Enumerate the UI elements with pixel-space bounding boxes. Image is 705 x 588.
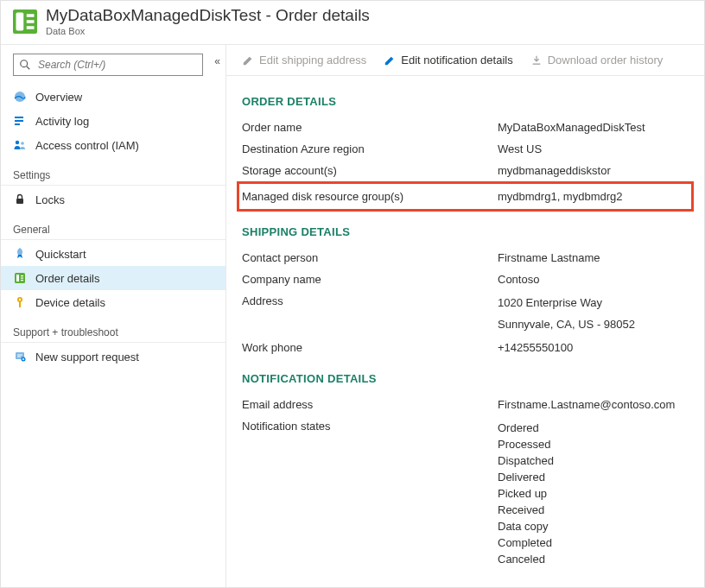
svg-rect-2	[27, 20, 35, 23]
search-icon	[19, 59, 31, 71]
detail-row: Email address Firstname.Lastname@contoso…	[242, 394, 689, 415]
download-icon	[530, 54, 543, 66]
svg-point-10	[16, 141, 19, 144]
sidebar-item-activity-log[interactable]: Activity log	[1, 109, 225, 133]
activity-log-icon	[13, 114, 27, 128]
sidebar-item-device-details[interactable]: Device details	[1, 290, 225, 314]
sidebar-item-label: Overview	[35, 91, 82, 104]
detail-row: Company name Contoso	[242, 269, 689, 290]
device-details-icon	[13, 295, 27, 309]
collapse-sidebar-button[interactable]: «	[214, 55, 220, 67]
quickstart-icon	[13, 247, 27, 261]
sidebar-item-new-support-request[interactable]: New support request	[1, 345, 225, 369]
sidebar-item-label: New support request	[35, 351, 139, 364]
detail-label: Order name	[242, 121, 498, 134]
page-subtitle: Data Box	[46, 25, 370, 37]
detail-label: Email address	[242, 398, 498, 411]
detail-value: 1020 Enterprise Way Sunnyvale, CA, US - …	[498, 294, 689, 332]
svg-rect-9	[15, 123, 20, 125]
sidebar-item-locks[interactable]: Locks	[1, 187, 225, 212]
svg-rect-19	[19, 302, 21, 307]
detail-value: Firstname.Lastname@contoso.com	[498, 398, 689, 411]
pencil-icon	[384, 54, 396, 66]
download-history-button[interactable]: Download order history	[530, 54, 664, 66]
detail-row: Order name MyDataBoxManagedDiskTest	[242, 117, 689, 138]
detail-value: Contoso	[498, 273, 689, 286]
search-input[interactable]	[36, 58, 197, 72]
svg-line-5	[27, 66, 30, 70]
detail-label: Destination Azure region	[242, 142, 498, 155]
svg-rect-17	[21, 280, 23, 281]
detail-label: Contact person	[242, 251, 498, 264]
section-title-shipping-details: SHIPPING DETAILS	[242, 225, 689, 238]
command-bar: Edit shipping address Edit notification …	[226, 45, 704, 76]
detail-row: Managed disk resource group(s) mydbmdrg1…	[242, 187, 689, 205]
detail-row: Notification states Ordered Processed Di…	[242, 415, 689, 572]
svg-rect-7	[15, 117, 23, 118]
sidebar-item-quickstart[interactable]: Quickstart	[1, 242, 225, 266]
iam-icon	[13, 138, 27, 152]
databox-icon	[13, 9, 37, 34]
sidebar-group-settings: Settings	[1, 162, 225, 186]
svg-rect-14	[16, 275, 19, 281]
detail-row: Destination Azure region West US	[242, 138, 689, 160]
svg-point-4	[21, 60, 28, 67]
detail-value: MyDataBoxManagedDiskTest	[498, 121, 689, 134]
lock-icon	[13, 193, 27, 206]
sidebar-item-order-details[interactable]: Order details	[1, 266, 225, 290]
detail-value: mydbmanageddiskstor	[498, 164, 689, 177]
detail-row: Storage account(s) mydbmanageddiskstor	[242, 160, 689, 181]
support-icon	[13, 350, 27, 364]
sidebar-group-support: Support + troubleshoot	[1, 319, 225, 343]
order-details-icon	[13, 271, 27, 285]
svg-rect-12	[16, 199, 23, 204]
detail-value: Firstname Lastname	[498, 251, 689, 264]
detail-row: Address 1020 Enterprise Way Sunnyvale, C…	[242, 290, 689, 337]
toolbar-label: Edit notification details	[401, 54, 512, 66]
sidebar-item-label: Device details	[35, 296, 105, 309]
detail-row: Contact person Firstname Lastname	[242, 247, 689, 269]
page-title: MyDataBoxManagedDiskTest - Order details	[46, 6, 370, 25]
svg-point-20	[19, 299, 21, 300]
detail-value: mydbmdrg1, mydbmdrg2	[498, 190, 689, 203]
sidebar-item-label: Quickstart	[35, 248, 86, 261]
section-title-notification-details: NOTIFICATION DETAILS	[242, 372, 689, 385]
toolbar-label: Download order history	[548, 54, 664, 66]
toolbar-label: Edit shipping address	[259, 54, 366, 66]
search-box[interactable]	[13, 54, 203, 76]
sidebar-item-overview[interactable]: Overview	[1, 85, 225, 109]
svg-rect-1	[27, 14, 35, 17]
svg-rect-15	[21, 275, 23, 276]
svg-rect-0	[16, 13, 24, 31]
sidebar-group-general: General	[1, 217, 225, 240]
main-content: Edit shipping address Edit notification …	[226, 45, 704, 588]
blade-header: MyDataBoxManagedDiskTest - Order details…	[1, 1, 704, 45]
sidebar-item-label: Locks	[35, 193, 65, 206]
section-title-order-details: ORDER DETAILS	[242, 95, 689, 108]
edit-notification-button[interactable]: Edit notification details	[384, 54, 512, 66]
detail-label: Notification states	[242, 420, 498, 567]
detail-label: Managed disk resource group(s)	[242, 190, 498, 203]
sidebar-item-label: Order details	[35, 272, 99, 285]
svg-rect-13	[15, 273, 25, 283]
sidebar-item-access-control[interactable]: Access control (IAM)	[1, 133, 225, 157]
svg-point-11	[21, 142, 24, 145]
overview-icon	[13, 90, 27, 104]
detail-value: +14255550100	[498, 341, 689, 354]
highlighted-row: Managed disk resource group(s) mydbmdrg1…	[237, 181, 694, 212]
detail-label: Storage account(s)	[242, 164, 498, 177]
sidebar-item-label: Access control (IAM)	[35, 139, 139, 152]
svg-rect-16	[21, 278, 23, 279]
detail-label: Address	[242, 294, 498, 332]
svg-rect-8	[15, 120, 23, 122]
sidebar-item-label: Activity log	[35, 115, 89, 128]
detail-label: Work phone	[242, 341, 498, 354]
sidebar: « Overview Activity log Access control (…	[1, 45, 226, 588]
detail-value: West US	[498, 142, 689, 155]
edit-shipping-button[interactable]: Edit shipping address	[242, 54, 366, 66]
detail-row: Work phone +14255550100	[242, 337, 689, 358]
notification-states-list: Ordered Processed Dispatched Delivered P…	[498, 420, 689, 567]
detail-label: Company name	[242, 273, 498, 286]
svg-rect-3	[27, 26, 35, 29]
pencil-icon	[242, 54, 254, 66]
